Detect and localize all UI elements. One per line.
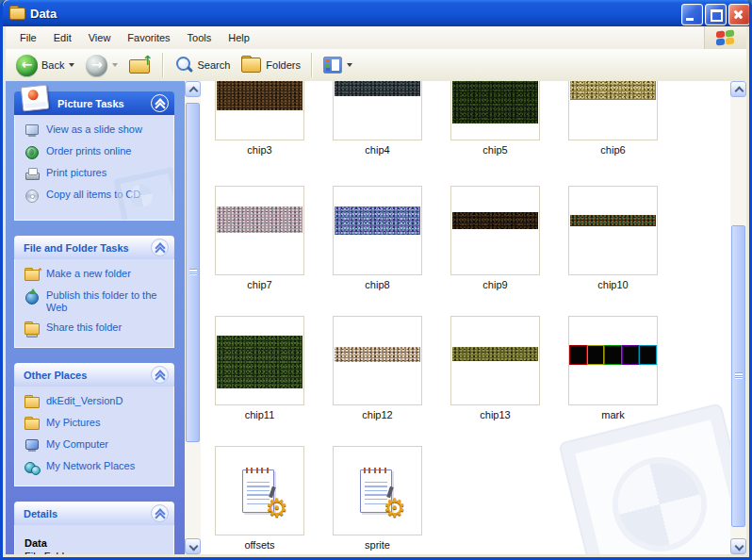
folders-button[interactable]: Folders [237,55,305,76]
content-scrollbar-thumb[interactable] [731,225,745,527]
file-grid[interactable]: chip3chip4chip5chip6chip7chip8chip9chip1… [201,81,730,554]
menu-favorites[interactable]: Favorites [119,28,178,47]
views-dropdown-caret-icon[interactable] [347,63,352,67]
task-link-view-as-a-slide-show[interactable]: View as a slide show [25,124,166,138]
maximize-button[interactable] [705,4,727,25]
gear-icon: ⚙ [266,495,288,520]
scroll-down-arrow-icon[interactable] [730,538,746,554]
menu-file[interactable]: File [11,28,45,47]
file-label[interactable]: chip10 [568,279,658,290]
minimize-button[interactable] [681,4,703,25]
file-thumbnail-sprite[interactable]: ⚙ [333,446,422,535]
scroll-up-arrow-icon[interactable] [185,81,201,97]
panel-header-details[interactable]: Details [14,502,174,525]
title-bar[interactable]: Data [3,0,752,26]
panel-title: Other Places [24,370,151,381]
thumbnail-image [570,215,656,226]
file-thumbnail-chip5[interactable] [450,81,540,140]
file-thumbnail-chip10[interactable] [568,186,658,275]
views-button[interactable] [319,54,357,76]
task-link-label: Publish this folder to the Web [46,289,166,314]
file-thumbnail-chip7[interactable] [215,186,304,275]
file-label[interactable]: chip7 [215,279,304,290]
up-button[interactable] [124,54,156,76]
file-label[interactable]: chip6 [568,144,658,156]
task-link-label: dkEdit_VersionD [46,395,123,407]
forward-button[interactable]: → [81,52,123,79]
sidebar-scrollbar[interactable] [185,81,201,554]
collapse-chevron-icon[interactable] [151,504,169,522]
menu-view[interactable]: View [80,28,120,47]
scroll-down-arrow-icon[interactable] [185,538,201,554]
file-thumbnail-chip4[interactable] [333,81,422,140]
minimize-icon [686,18,694,21]
copy-cd-icon [25,189,41,203]
file-thumbnail-chip9[interactable] [450,186,540,275]
file-label[interactable]: chip11 [215,409,304,420]
details-folder-name: Data [25,537,166,549]
file-label[interactable]: chip9 [450,279,540,290]
task-link-publish-this-folder-to-the-web[interactable]: Publish this folder to the Web [25,289,166,314]
file-label[interactable]: mark [568,409,658,420]
close-button[interactable] [728,4,750,25]
file-thumbnail-chip6[interactable] [568,81,658,140]
collapse-chevron-icon[interactable] [151,94,169,112]
file-thumbnail-offsets[interactable]: ⚙ [215,446,304,535]
file-label[interactable]: chip13 [450,409,540,420]
task-link-my-computer[interactable]: My Computer [25,438,166,453]
file-thumbnail-mark[interactable] [568,316,658,405]
search-button[interactable]: Search [170,53,235,77]
menu-edit[interactable]: Edit [45,28,80,47]
panel-title: Picture Tasks [57,98,151,109]
panel-header-picture-tasks[interactable]: Picture Tasks [14,91,174,115]
scroll-up-arrow-icon[interactable] [730,81,746,97]
menu-help[interactable]: Help [220,28,258,47]
task-link-order-prints-online[interactable]: Order prints online [25,145,166,159]
back-dropdown-caret-icon[interactable] [69,63,74,67]
back-button[interactable]: ← Back [11,52,79,79]
content-scrollbar-track[interactable] [730,97,746,538]
task-link-dkedit-versiond[interactable]: dkEdit_VersionD [25,395,166,409]
thumbnail-image [452,347,538,361]
task-link-label: Order prints online [46,145,132,157]
views-icon [323,57,342,74]
sidebar-scrollbar-track[interactable] [185,97,201,538]
file-thumbnail-chip12[interactable] [333,316,422,405]
up-folder-icon [129,57,152,74]
mark-square [587,345,605,365]
panel-header-file-folder-tasks[interactable]: File and Folder Tasks [14,236,174,259]
config-file-icon: ⚙ [237,464,286,519]
file-label[interactable]: chip4 [333,144,422,156]
thumbnail-image [217,206,302,233]
file-label[interactable]: sprite [333,539,422,551]
file-label[interactable]: offsets [215,539,304,551]
panel-header-other-places[interactable]: Other Places [14,363,174,387]
collapse-chevron-icon[interactable] [151,239,169,256]
collapse-chevron-icon[interactable] [151,366,169,384]
file-label[interactable]: chip5 [450,144,540,156]
task-link-make-a-new-folder[interactable]: *Make a new folder [25,268,166,282]
menu-tools[interactable]: Tools [179,28,221,47]
file-thumbnail-chip11[interactable] [215,316,304,405]
my-pictures-icon [25,417,41,431]
config-file-icon: ⚙ [354,464,403,519]
file-label[interactable]: chip3 [215,144,304,156]
thumbnail-image [569,345,657,365]
folders-icon [241,58,262,74]
task-link-share-this-folder[interactable]: Share this folder [25,321,166,336]
task-link-label: View as a slide show [46,124,142,136]
toolbar-separator [311,53,313,77]
file-label[interactable]: chip12 [333,409,422,420]
details-folder-type: File Folder [25,551,166,554]
file-label[interactable]: chip8 [333,279,422,290]
file-thumbnail-chip3[interactable] [215,81,304,140]
task-link-my-pictures[interactable]: My Pictures [25,417,166,431]
network-places-icon [25,460,41,474]
picture-folder-watermark-icon [561,405,730,554]
sidebar-scrollbar-thumb[interactable] [186,103,200,442]
back-icon: ← [16,55,38,76]
file-thumbnail-chip8[interactable] [333,186,422,275]
task-link-my-network-places[interactable]: My Network Places [25,460,166,474]
file-thumbnail-chip13[interactable] [450,316,540,405]
content-scrollbar[interactable] [730,81,746,554]
